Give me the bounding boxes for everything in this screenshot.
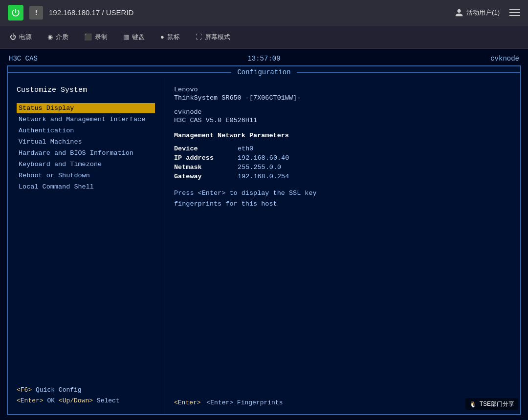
toolbar: ⏻ 电源 ◉ 介质 ⬛ 录制 ▦ 键盘 ● 鼠标 ⛶ 屏幕模式 <box>0 25 528 49</box>
param-gateway-value: 192.168.0.254 <box>238 173 289 180</box>
param-netmask: Netmask 255.255.0.0 <box>174 164 510 171</box>
menu-item-vms[interactable]: Virtual Machines <box>17 137 155 147</box>
menu-item-keyboard[interactable]: Keyboard and Timezone <box>17 159 155 169</box>
toolbar-record[interactable]: ⬛ 录制 <box>84 33 108 42</box>
param-gateway-label: Gateway <box>174 173 238 180</box>
power-button[interactable] <box>8 5 23 21</box>
ssl-line2: fingerprints for this host <box>174 200 277 208</box>
param-netmask-value: 255.255.0.0 <box>238 164 281 171</box>
right-footer: <Enter> <Enter> Fingerprints <box>174 399 510 406</box>
console-right-label: cvknode <box>490 55 519 63</box>
keyboard-icon: ▦ <box>123 33 129 41</box>
right-panel: Lenovo ThinkSystem SR650 -[7X06CT01WW]- … <box>164 78 520 414</box>
toolbar-power[interactable]: ⏻ 电源 <box>10 33 32 42</box>
param-netmask-label: Netmask <box>174 164 238 171</box>
hostname: cvknode <box>174 108 510 116</box>
footer-line2: <Enter> OK <Up/Down> Select <box>17 396 155 406</box>
mouse-icon: ● <box>160 33 164 41</box>
keyboard-label: 键盘 <box>132 33 145 42</box>
menu-item-reboot[interactable]: Reboot or Shutdown <box>17 170 155 181</box>
toolbar-keyboard[interactable]: ▦ 键盘 <box>123 33 145 42</box>
toolbar-screenmode[interactable]: ⛶ 屏幕模式 <box>196 33 230 42</box>
menu-item-status-display[interactable]: Status Display <box>17 103 155 113</box>
power-toolbar-label: 电源 <box>19 33 32 42</box>
param-ip-label: IP address <box>174 154 238 162</box>
param-table: Device eth0 IP address 192.168.60.40 Net… <box>174 145 510 180</box>
footer-line1: <F6> Quick Config <box>17 385 155 396</box>
left-panel: Customize System Status Display Network … <box>8 78 164 414</box>
record-icon: ⬛ <box>84 33 92 41</box>
customize-title: Customize System <box>17 86 155 94</box>
host-title: 192.168.180.17 / USERID <box>49 8 133 17</box>
enter-key: <Enter> <box>174 399 201 406</box>
media-icon: ◉ <box>47 33 53 41</box>
config-content: Customize System Status Display Network … <box>8 78 520 414</box>
left-footer: <F6> Quick Config <Enter> OK <Up/Down> S… <box>17 379 155 406</box>
config-title-bar: Configuration <box>8 66 520 78</box>
config-panel: Configuration Customize System Status Di… <box>7 65 521 415</box>
vendor-name: Lenovo <box>174 86 510 93</box>
menu-item-shell[interactable]: Local Command Shell <box>17 182 155 192</box>
user-icon <box>455 8 463 17</box>
param-device: Device eth0 <box>174 145 510 152</box>
version: H3C CAS V5.0 E0526H11 <box>174 117 510 124</box>
param-gateway: Gateway 192.168.0.254 <box>174 173 510 180</box>
toolbar-media[interactable]: ◉ 介质 <box>47 33 68 42</box>
media-label: 介质 <box>56 33 68 42</box>
menu-item-hardware[interactable]: Hardware and BIOS Information <box>17 148 155 158</box>
toolbar-mouse[interactable]: ● 鼠标 <box>160 33 180 42</box>
param-ip: IP address 192.168.60.40 <box>174 154 510 162</box>
top-bar: ! 192.168.180.17 / USERID 活动用户(1) <box>0 0 528 25</box>
title-line-right <box>297 72 520 73</box>
param-device-label: Device <box>174 145 238 152</box>
alert-button[interactable]: ! <box>29 6 43 20</box>
mouse-label: 鼠标 <box>167 33 180 42</box>
ssl-info: Press <Enter> to display the SSL key fin… <box>174 188 510 209</box>
config-title: Configuration <box>231 68 296 76</box>
screenmode-label: 屏幕模式 <box>205 33 230 42</box>
param-device-value: eth0 <box>238 145 253 152</box>
console-area: H3C CAS 13:57:09 cvknode Configuration C… <box>0 49 528 420</box>
record-label: 录制 <box>95 33 108 42</box>
watermark-text: TSE部门分享 <box>480 400 514 408</box>
fingerprints-label: <Enter> Fingerprints <box>206 399 283 406</box>
watermark-icon: 🐧 <box>469 401 477 408</box>
ssl-line1: Press <Enter> to display the SSL key <box>174 189 317 197</box>
title-line-left <box>8 72 231 73</box>
console-left-label: H3C CAS <box>9 55 38 63</box>
screenmode-icon: ⛶ <box>196 33 202 41</box>
power-toolbar-icon: ⏻ <box>10 33 16 41</box>
model-name: ThinkSystem SR650 -[7X06CT01WW]- <box>174 94 510 102</box>
console-top-bar: H3C CAS 13:57:09 cvknode <box>7 54 521 63</box>
console-center-label: 13:57:09 <box>247 55 280 63</box>
section-title: Management Network Parameters <box>174 132 510 139</box>
param-ip-value: 192.168.60.40 <box>238 154 289 162</box>
user-label: 活动用户(1) <box>466 8 500 17</box>
menu-list: Status Display Network and Management In… <box>17 103 155 379</box>
hamburger-menu[interactable] <box>509 9 520 16</box>
top-bar-right: 活动用户(1) <box>455 8 520 17</box>
menu-item-authentication[interactable]: Authentication <box>17 126 155 136</box>
user-info: 活动用户(1) <box>455 8 500 17</box>
menu-item-network[interactable]: Network and Management Interface <box>17 114 155 125</box>
watermark: 🐧 TSE部门分享 <box>465 398 518 410</box>
